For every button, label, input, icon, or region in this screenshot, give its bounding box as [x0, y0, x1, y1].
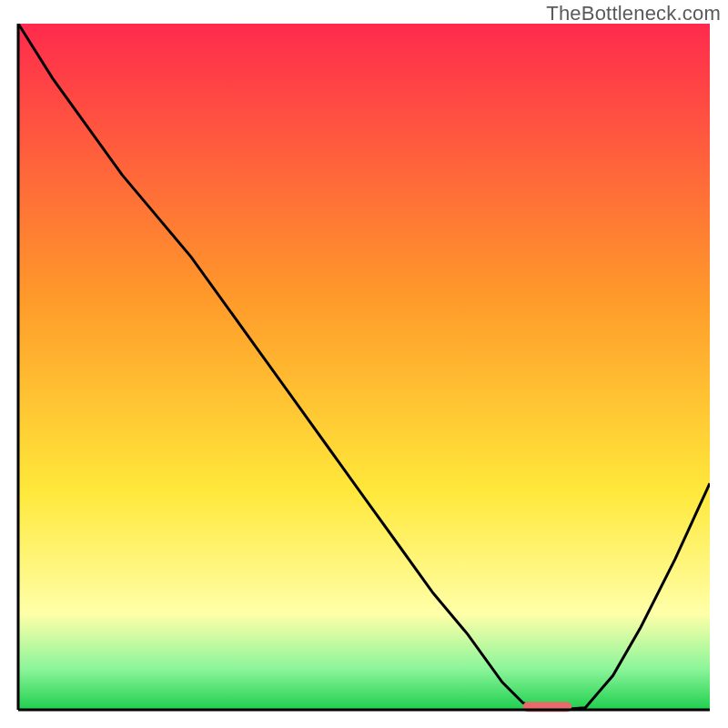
watermark-text: TheBottleneck.com: [546, 2, 721, 25]
bottleneck-curve-chart: [0, 0, 728, 728]
plot-background: [18, 24, 710, 710]
chart-container: TheBottleneck.com: [0, 0, 728, 728]
